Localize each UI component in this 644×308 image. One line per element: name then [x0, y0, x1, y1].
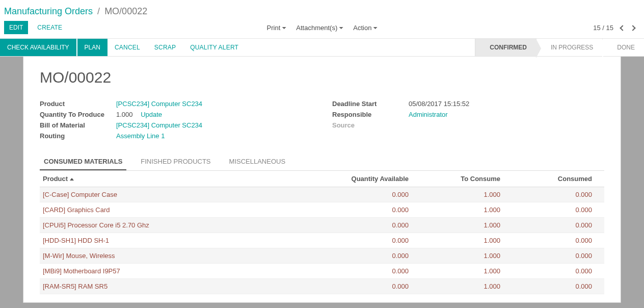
cell-qty-available: 0.000 [319, 218, 421, 233]
create-button[interactable]: CREATE [32, 21, 67, 34]
label-qty-to-produce: Quantity To Produce [40, 111, 116, 118]
form-sheet: MO/00022 Product [PCSC234] Computer SC23… [23, 57, 621, 303]
control-row: EDIT CREATE Print Attachment(s) Action 1… [4, 21, 640, 38]
caret-down-icon [339, 27, 343, 29]
breadcrumb-separator: / [97, 6, 100, 16]
table-row[interactable]: [M-Wir] Mouse, Wireless0.0001.0000.000 [40, 248, 604, 264]
cell-to-consume: 1.000 [421, 187, 513, 202]
action-dropdown[interactable]: Action [348, 21, 382, 35]
cell-consumed: 0.000 [513, 187, 604, 202]
cancel-button[interactable]: CANCEL [108, 39, 147, 56]
label-bom: Bill of Material [40, 121, 116, 129]
tab-finished-products[interactable]: FINISHED PRODUCTS [137, 153, 214, 170]
tab-consumed-materials[interactable]: CONSUMED MATERIALS [40, 153, 126, 170]
qty-value: 1.000 [116, 111, 133, 118]
status-confirmed[interactable]: CONFIRMED [475, 39, 536, 56]
label-product: Product [40, 100, 116, 108]
pager-count: 15 / 15 [589, 24, 618, 32]
check-availability-button[interactable]: CHECK AVAILABILITY [0, 39, 76, 56]
chevron-right-icon [630, 25, 635, 31]
routing-link[interactable]: Assembly Line 1 [116, 132, 165, 140]
status-in-progress[interactable]: IN PROGRESS [536, 39, 602, 56]
label-routing: Routing [40, 132, 116, 140]
bom-link[interactable]: [PCSC234] Computer SC234 [116, 121, 202, 129]
responsible-link[interactable]: Administrator [409, 111, 448, 118]
cell-consumed: 0.000 [513, 279, 604, 294]
status-done[interactable]: DONE [602, 39, 644, 56]
cell-to-consume: 1.000 [421, 233, 513, 248]
sort-asc-icon [70, 178, 74, 181]
cell-qty-available: 0.000 [319, 264, 421, 279]
label-responsible: Responsible [332, 111, 409, 118]
materials-table: Product Quantity Available To Consume Co… [40, 171, 604, 294]
pager: 15 / 15 [589, 22, 640, 34]
cell-to-consume: 1.000 [421, 218, 513, 233]
print-dropdown[interactable]: Print [262, 21, 291, 35]
cell-to-consume: 1.000 [421, 248, 513, 264]
cell-product[interactable]: [RAM-SR5] RAM SR5 [40, 279, 319, 294]
scrap-button[interactable]: SCRAP [147, 39, 183, 56]
attachments-dropdown[interactable]: Attachment(s) [291, 21, 348, 35]
action-bar: CHECK AVAILABILITY PLAN CANCEL SCRAP QUA… [0, 39, 644, 57]
col-to-consume[interactable]: To Consume [421, 171, 513, 187]
cell-product[interactable]: [HDD-SH1] HDD SH-1 [40, 233, 319, 248]
pager-next-button[interactable] [628, 22, 638, 34]
col-consumed[interactable]: Consumed [513, 171, 604, 187]
plan-button[interactable]: PLAN [77, 39, 108, 56]
page-title: MO/00022 [40, 69, 604, 86]
col-qty-available[interactable]: Quantity Available [319, 171, 421, 187]
tab-miscellaneous[interactable]: MISCELLANEOUS [225, 153, 290, 170]
caret-down-icon [373, 27, 377, 29]
field-grid: Product [PCSC234] Computer SC234 Quantit… [40, 98, 604, 141]
label-source: Source [332, 121, 409, 129]
sheet-wrap: MO/00022 Product [PCSC234] Computer SC23… [0, 57, 644, 308]
cell-qty-available: 0.000 [319, 233, 421, 248]
status-bar: CONFIRMED IN PROGRESS DONE [475, 39, 644, 56]
toolbar-dropdowns: Print Attachment(s) Action [262, 21, 383, 35]
table-row[interactable]: [C-Case] Computer Case0.0001.0000.000 [40, 187, 604, 202]
tabs: CONSUMED MATERIALS FINISHED PRODUCTS MIS… [40, 153, 604, 171]
cell-qty-available: 0.000 [319, 248, 421, 264]
deadline-value: 05/08/2017 15:15:52 [409, 100, 469, 108]
header-bar: Manufacturing Orders / MO/00022 EDIT CRE… [0, 0, 644, 39]
cell-consumed: 0.000 [513, 264, 604, 279]
chevron-left-icon [620, 25, 625, 31]
caret-down-icon [282, 27, 286, 29]
breadcrumb: Manufacturing Orders / MO/00022 [4, 4, 640, 21]
breadcrumb-root-link[interactable]: Manufacturing Orders [4, 6, 93, 16]
table-row[interactable]: [RAM-SR5] RAM SR50.0001.0000.000 [40, 279, 604, 294]
cell-product[interactable]: [M-Wir] Mouse, Wireless [40, 248, 319, 264]
quality-alert-button[interactable]: QUALITY ALERT [183, 39, 246, 56]
update-qty-link[interactable]: Update [141, 111, 162, 118]
cell-product[interactable]: [CPUi5] Processor Core i5 2.70 Ghz [40, 218, 319, 233]
cell-to-consume: 1.000 [421, 279, 513, 294]
table-row[interactable]: [CPUi5] Processor Core i5 2.70 Ghz0.0001… [40, 218, 604, 233]
label-deadline: Deadline Start [332, 100, 409, 108]
product-link[interactable]: [PCSC234] Computer SC234 [116, 100, 202, 108]
edit-button[interactable]: EDIT [4, 21, 28, 34]
cell-consumed: 0.000 [513, 248, 604, 264]
table-row[interactable]: [CARD] Graphics Card0.0001.0000.000 [40, 202, 604, 218]
field-col-left: Product [PCSC234] Computer SC234 Quantit… [40, 98, 312, 141]
cell-consumed: 0.000 [513, 202, 604, 218]
cell-to-consume: 1.000 [421, 202, 513, 218]
col-product[interactable]: Product [40, 171, 319, 187]
table-row[interactable]: [HDD-SH1] HDD SH-10.0001.0000.000 [40, 233, 604, 248]
cell-qty-available: 0.000 [319, 202, 421, 218]
cell-consumed: 0.000 [513, 233, 604, 248]
cell-qty-available: 0.000 [319, 187, 421, 202]
cell-product[interactable]: [CARD] Graphics Card [40, 202, 319, 218]
cell-product[interactable]: [MBi9] Motherboard I9P57 [40, 264, 319, 279]
breadcrumb-current: MO/00022 [104, 6, 147, 16]
cell-to-consume: 1.000 [421, 264, 513, 279]
table-row[interactable]: [MBi9] Motherboard I9P570.0001.0000.000 [40, 264, 604, 279]
field-col-right: Deadline Start 05/08/2017 15:15:52 Respo… [332, 98, 604, 141]
cell-product[interactable]: [C-Case] Computer Case [40, 187, 319, 202]
pager-prev-button[interactable] [618, 22, 628, 34]
cell-consumed: 0.000 [513, 218, 604, 233]
cell-qty-available: 0.000 [319, 279, 421, 294]
